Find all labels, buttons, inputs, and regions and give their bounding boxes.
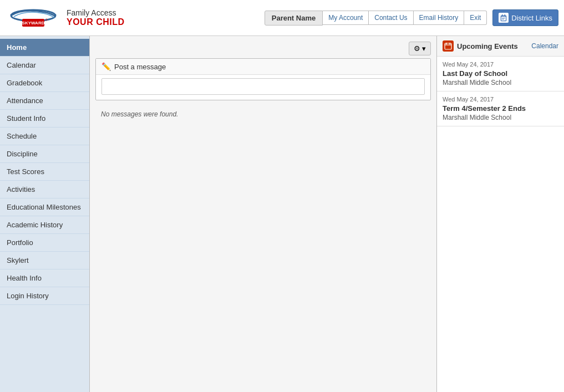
- post-message-label: Post a message: [114, 63, 166, 71]
- sidebar-item-skylert[interactable]: Skylert: [0, 252, 89, 269]
- my-account-link[interactable]: My Account: [323, 11, 369, 25]
- svg-rect-10: [445, 43, 451, 49]
- sidebar-item-activities[interactable]: Activities: [0, 181, 89, 198]
- event-title: Term 4/Semester 2 Ends: [443, 104, 558, 113]
- top-nav: Parent Name My Account Contact Us Email …: [265, 9, 558, 26]
- svg-rect-13: [450, 43, 451, 44]
- svg-text:SKYWARD: SKYWARD: [22, 21, 45, 26]
- svg-rect-5: [501, 17, 506, 21]
- district-links-button[interactable]: District Links: [492, 9, 558, 26]
- top-header: SKYWARD ® Family Access YOUR CHILD Paren…: [0, 0, 564, 36]
- event-item: Wed May 24, 2017 Term 4/Semester 2 Ends …: [437, 91, 564, 126]
- gear-dropdown-icon: ▾: [422, 44, 426, 53]
- exit-link[interactable]: Exit: [464, 11, 487, 25]
- sidebar-item-schedule[interactable]: Schedule: [0, 128, 89, 145]
- no-messages-text: No messages were found.: [95, 106, 431, 123]
- message-input[interactable]: [101, 78, 425, 95]
- skyward-logo: SKYWARD ®: [6, 6, 61, 30]
- message-input-area: [96, 75, 430, 100]
- upcoming-events-label: Upcoming Events: [457, 42, 518, 50]
- post-message-icon: ✏️: [101, 62, 111, 71]
- sidebar-item-gradebook[interactable]: Gradebook: [0, 74, 89, 92]
- sidebar: Home Calendar Gradebook Attendance Stude…: [0, 36, 90, 392]
- event-school: Marshall Middle School: [443, 79, 558, 86]
- sidebar-item-discipline[interactable]: Discipline: [0, 145, 89, 163]
- event-title: Last Day of School: [443, 69, 558, 78]
- svg-rect-9: [502, 19, 504, 19]
- svg-text:®: ®: [45, 18, 48, 22]
- sidebar-item-academic-history[interactable]: Academic History: [0, 216, 89, 234]
- event-date: Wed May 24, 2017: [443, 61, 558, 68]
- district-links-label: District Links: [511, 14, 552, 22]
- main-layout: Home Calendar Gradebook Attendance Stude…: [0, 36, 564, 392]
- child-name-label: YOUR CHILD: [67, 17, 125, 27]
- district-links-icon: [499, 13, 509, 23]
- sidebar-item-educational-milestones[interactable]: Educational Milestones: [0, 198, 89, 216]
- sidebar-item-portfolio[interactable]: Portfolio: [0, 234, 89, 252]
- contact-us-link[interactable]: Contact Us: [369, 11, 413, 25]
- message-box: ✏️ Post a message: [95, 58, 431, 100]
- sidebar-item-student-info[interactable]: Student Info: [0, 110, 89, 128]
- event-date: Wed May 24, 2017: [443, 96, 558, 103]
- logo-area: SKYWARD ® Family Access YOUR CHILD: [6, 6, 125, 30]
- parent-name-badge: Parent Name: [265, 11, 323, 26]
- svg-rect-12: [446, 43, 447, 44]
- gear-icon: ⚙: [414, 44, 420, 53]
- sidebar-item-test-scores[interactable]: Test Scores: [0, 163, 89, 181]
- sidebar-item-home[interactable]: Home: [0, 39, 89, 57]
- content-area: ⚙ ▾ ✏️ Post a message No messages were f…: [90, 36, 436, 392]
- sidebar-item-attendance[interactable]: Attendance: [0, 92, 89, 110]
- content-toolbar: ⚙ ▾: [95, 42, 431, 55]
- svg-rect-8: [502, 18, 505, 18]
- family-access-label: Family Access: [67, 8, 125, 17]
- email-history-link[interactable]: Email History: [414, 11, 465, 25]
- sidebar-item-login-history[interactable]: Login History: [0, 287, 89, 305]
- post-message-bar[interactable]: ✏️ Post a message: [96, 59, 430, 75]
- app-title-block: Family Access YOUR CHILD: [67, 8, 125, 27]
- right-panel: Upcoming Events Calendar Wed May 24, 201…: [436, 36, 564, 392]
- gear-button[interactable]: ⚙ ▾: [409, 42, 431, 55]
- events-header: Upcoming Events Calendar: [437, 36, 564, 57]
- calendar-icon: [443, 40, 454, 52]
- calendar-link[interactable]: Calendar: [531, 42, 558, 50]
- event-item: Wed May 24, 2017 Last Day of School Mars…: [437, 57, 564, 91]
- svg-rect-7: [505, 14, 506, 17]
- sidebar-item-health-info[interactable]: Health Info: [0, 269, 89, 287]
- event-school: Marshall Middle School: [443, 114, 558, 121]
- svg-rect-6: [502, 14, 503, 17]
- sidebar-item-calendar[interactable]: Calendar: [0, 57, 89, 74]
- events-header-left: Upcoming Events: [443, 40, 518, 52]
